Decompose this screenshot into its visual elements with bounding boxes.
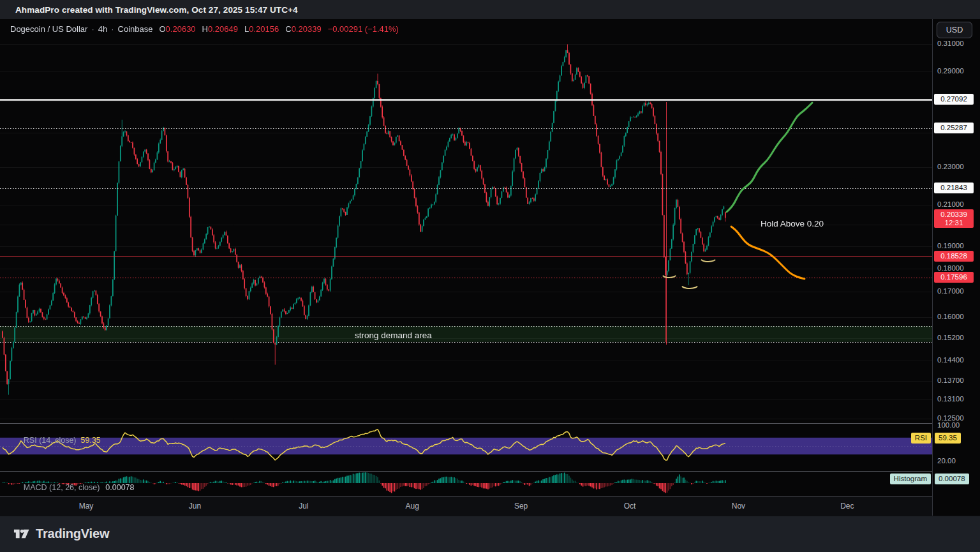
- month-label-sep: Sep: [509, 502, 534, 511]
- ohlc-value: 0.20339: [292, 24, 322, 34]
- tradingview-logo-icon: [13, 525, 30, 542]
- chart-area[interactable]: Dogecoin / US Dollar · 4h · Coinbase O0.…: [0, 19, 980, 516]
- footer-bar: TradingView: [0, 516, 980, 552]
- price-tick: 0.13100: [937, 394, 964, 404]
- ohlc-value: 0.20630: [166, 24, 196, 34]
- rsi-pane-canvas[interactable]: [0, 424, 932, 471]
- level-price-label: 0.21843: [934, 183, 974, 193]
- macd-title[interactable]: MACD (12, 26, close)0.00078: [10, 474, 135, 501]
- ohlc-key: C: [285, 24, 291, 34]
- demand-zone-label: strong demand area: [355, 331, 432, 340]
- ohlc-value: 0.20156: [249, 24, 279, 34]
- rsi-scale-20: 20.00: [937, 456, 956, 466]
- last-price-countdown-label: 0.2033912:31: [934, 209, 974, 228]
- currency-toggle-button[interactable]: USD: [937, 22, 972, 38]
- price-tick: 0.16000: [937, 312, 964, 322]
- month-label-dec: Dec: [835, 502, 860, 511]
- pane-separator-macd[interactable]: [0, 471, 932, 472]
- exchange-label: Coinbase: [118, 24, 153, 34]
- price-tick: 0.23000: [937, 162, 964, 172]
- symbol-header: Dogecoin / US Dollar · 4h · Coinbase O0.…: [10, 23, 399, 34]
- level-price-label: 0.17596: [934, 272, 974, 283]
- histogram-badge: Histogram: [890, 474, 931, 484]
- price-tick: 0.29000: [937, 66, 964, 76]
- price-tick: 0.12500: [937, 414, 964, 423]
- level-price-label: 0.18528: [934, 251, 974, 262]
- level-price-label: 0.25287: [934, 123, 974, 133]
- price-tick: 0.15200: [937, 333, 964, 343]
- interval-label[interactable]: 4h: [98, 24, 107, 34]
- ohlc-key: H: [202, 24, 208, 34]
- price-tick: 0.13700: [937, 376, 964, 385]
- price-tick: 0.21000: [937, 200, 964, 209]
- hold-above-annotation: Hold Above 0.20: [761, 219, 824, 228]
- ohlc-value: 0.20649: [208, 24, 238, 34]
- price-tick: 0.14400: [937, 355, 964, 365]
- rsi-badge: RSI: [911, 433, 931, 444]
- price-axis[interactable]: USD 100.00 59.35 20.00 0.00078 0.310000.…: [932, 19, 980, 516]
- price-tick: 0.19000: [937, 241, 964, 251]
- histogram-value-badge: 0.00078: [935, 474, 969, 484]
- level-price-label: 0.27092: [934, 94, 974, 105]
- month-label-oct: Oct: [617, 502, 642, 511]
- tradingview-logo[interactable]: TradingView: [13, 525, 109, 542]
- symbol-title[interactable]: Dogecoin / US Dollar: [10, 24, 87, 34]
- rsi-title[interactable]: RSI (14, close)59.35: [10, 427, 101, 454]
- ohlc-values: O0.20630H0.20649L0.20156C0.20339: [152, 24, 321, 34]
- month-label-jun: Jun: [182, 502, 207, 511]
- attribution-bar: AhmadPro created with TradingView.com, O…: [0, 0, 980, 19]
- month-label-jul: Jul: [291, 502, 316, 511]
- price-tick: 0.31000: [937, 39, 964, 48]
- tradingview-logo-text: TradingView: [36, 526, 109, 541]
- month-label-may: May: [73, 502, 99, 511]
- macd-pane-canvas[interactable]: [0, 472, 932, 496]
- tradingview-snapshot: AhmadPro created with TradingView.com, O…: [0, 0, 980, 552]
- ohlc-key: O: [159, 24, 165, 34]
- price-tick: 0.17000: [937, 287, 964, 296]
- separator-dot: ·: [111, 24, 114, 34]
- pane-separator-rsi[interactable]: [0, 423, 932, 424]
- month-label-aug: Aug: [399, 502, 425, 511]
- month-label-nov: Nov: [725, 502, 751, 511]
- separator-dot: ·: [91, 24, 94, 34]
- rsi-value-badge: 59.35: [935, 433, 961, 444]
- time-axis[interactable]: MayJunJulAugSepOctNovDec: [0, 496, 980, 516]
- rsi-value-inline: 59.35: [81, 436, 101, 445]
- macd-value-inline: 0.00078: [105, 483, 134, 492]
- attribution-text: AhmadPro created with TradingView.com, O…: [15, 5, 298, 15]
- change-value: −0.00291 (−1.41%): [328, 24, 399, 34]
